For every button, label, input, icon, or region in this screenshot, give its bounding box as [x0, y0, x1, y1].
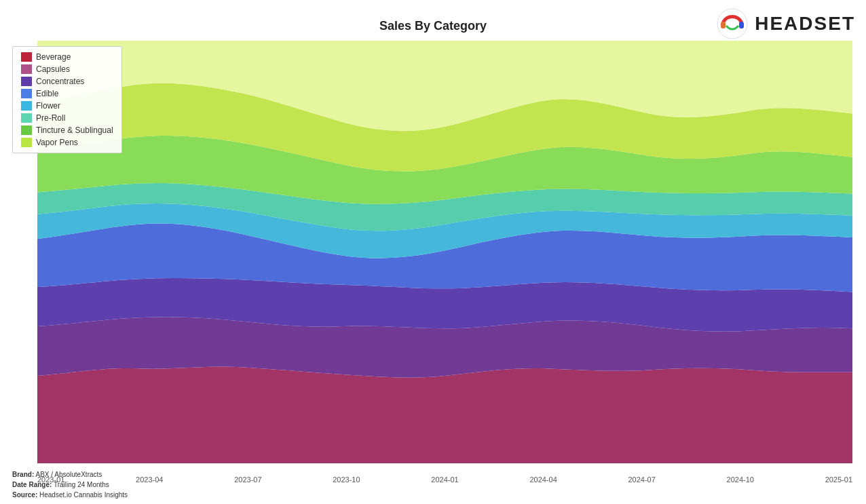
legend-swatch — [21, 89, 32, 98]
source-label: Source: — [12, 491, 37, 499]
legend-label: Vapor Pens — [36, 138, 78, 147]
legend-item: Capsules — [21, 64, 113, 74]
chart-area — [37, 41, 852, 463]
legend-item: Concentrates — [21, 77, 113, 86]
legend-item: Edible — [21, 89, 113, 98]
x-axis-label: 2023-10 — [333, 476, 360, 484]
footer-info: Brand: ABX / AbsoluteXtracts Date Range:… — [12, 469, 128, 500]
legend-swatch — [21, 113, 32, 123]
x-axis-label: 2023-04 — [136, 476, 163, 484]
date-value: Trailing 24 Months — [54, 481, 109, 488]
legend-item: Pre-Roll — [21, 113, 113, 123]
page: HEADSET Sales By Category BeverageCapsul… — [0, 0, 866, 504]
footer-date: Date Range: Trailing 24 Months — [12, 480, 128, 490]
legend-swatch — [21, 77, 32, 86]
footer-brand: Brand: ABX / AbsoluteXtracts — [12, 469, 128, 480]
legend-label: Capsules — [36, 64, 70, 74]
x-axis-label: 2025-01 — [825, 476, 852, 484]
x-axis-label: 2024-04 — [529, 476, 557, 484]
legend-item: Flower — [21, 101, 113, 111]
legend-label: Beverage — [36, 52, 71, 62]
footer-source: Source: Headset.io Cannabis Insights — [12, 490, 128, 500]
x-axis: 2023-012023-042023-072023-102024-012024-… — [37, 476, 852, 484]
chart-legend: BeverageCapsulesConcentratesEdibleFlower… — [12, 46, 122, 153]
legend-swatch — [21, 138, 32, 147]
legend-swatch — [21, 52, 32, 62]
legend-swatch — [21, 101, 32, 111]
brand-label: Brand: — [12, 471, 34, 478]
date-label: Date Range: — [12, 481, 52, 488]
brand-value: ABX / AbsoluteXtracts — [35, 471, 102, 478]
x-axis-label: 2024-01 — [431, 476, 458, 484]
legend-item: Beverage — [21, 52, 113, 62]
legend-label: Flower — [36, 101, 60, 111]
x-axis-label: 2024-07 — [628, 476, 655, 484]
chart-title: Sales By Category — [0, 19, 866, 33]
legend-swatch — [21, 64, 32, 74]
x-axis-label: 2023-07 — [234, 476, 261, 484]
source-value: Headset.io Cannabis Insights — [39, 491, 128, 499]
x-axis-label: 2024-10 — [727, 476, 754, 484]
legend-item: Vapor Pens — [21, 138, 113, 147]
legend-label: Tincture & Sublingual — [36, 125, 113, 135]
legend-label: Concentrates — [36, 77, 84, 86]
legend-item: Tincture & Sublingual — [21, 125, 113, 135]
legend-label: Edible — [36, 89, 58, 98]
legend-swatch — [21, 125, 32, 135]
legend-label: Pre-Roll — [36, 113, 65, 123]
